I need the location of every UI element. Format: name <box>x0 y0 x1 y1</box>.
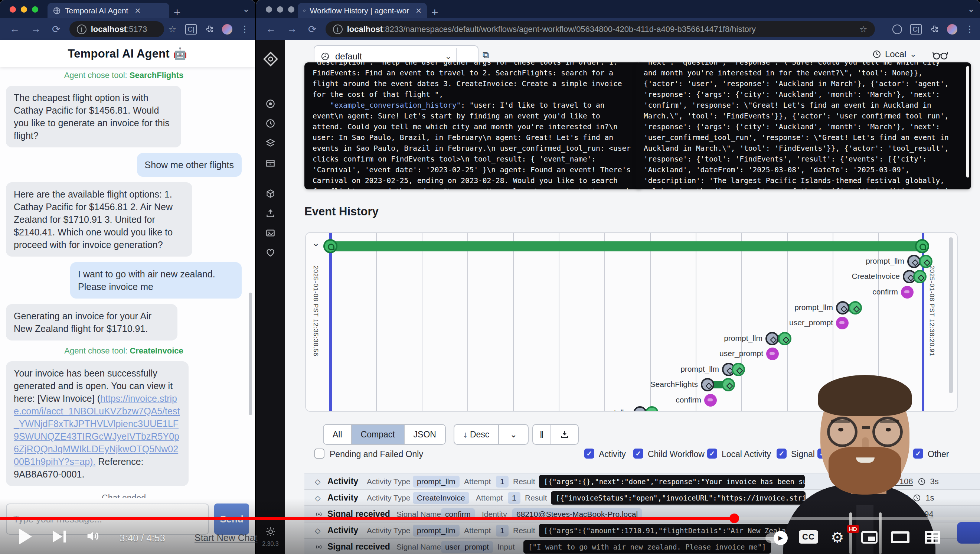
closed-captions-button[interactable]: CC <box>799 530 818 544</box>
batch-layers-icon[interactable] <box>266 138 275 148</box>
devtools-icon[interactable]: C| <box>910 24 922 35</box>
close-window-button[interactable] <box>10 6 16 13</box>
view-compact-button[interactable]: Compact <box>352 425 405 444</box>
activity-scheduled-marker[interactable] <box>836 301 850 315</box>
reload-button[interactable]: ⟳ <box>308 23 317 35</box>
timeline-row-label[interactable]: prompt_llm <box>724 334 762 343</box>
activity-completed-marker[interactable] <box>732 363 745 376</box>
back-button[interactable]: ← <box>10 23 20 35</box>
volume-icon[interactable] <box>84 529 100 544</box>
menu-kebab-icon[interactable]: ⋮ <box>240 24 249 34</box>
workflow-execution-bar[interactable] <box>330 241 923 252</box>
archive-box-icon[interactable] <box>266 158 275 168</box>
chat-scrollbar[interactable] <box>249 293 252 415</box>
reload-button[interactable]: ⟳ <box>52 23 60 35</box>
filter-child-workflow-checkbox[interactable]: ✓ <box>633 449 643 458</box>
bookmark-star-icon[interactable]: ☆ <box>859 24 867 35</box>
open-namespace-external-icon[interactable]: ⧉ <box>482 50 489 60</box>
tab-search-chevron-icon[interactable]: ⌄ <box>242 4 250 14</box>
workflow-start-badge[interactable] <box>323 239 337 253</box>
timeline-row-label[interactable]: prompt_llm <box>592 408 630 412</box>
new-tab-button[interactable]: ＋ <box>429 5 440 20</box>
view-all-button[interactable]: All <box>324 425 352 444</box>
timeline-row-label[interactable]: user_prompt <box>719 349 763 358</box>
maximize-window-button[interactable] <box>32 6 38 13</box>
minimize-window-button[interactable] <box>21 6 27 13</box>
site-info-icon[interactable]: i <box>77 24 86 34</box>
data-encoder-glasses-icon[interactable] <box>932 50 948 61</box>
signal-marker[interactable] <box>836 317 849 330</box>
new-tab-button[interactable]: ＋ <box>172 5 183 20</box>
activity-completed-marker[interactable] <box>778 332 791 345</box>
next-video-button[interactable] <box>53 531 66 544</box>
activity-scheduled-marker[interactable] <box>907 255 921 268</box>
profile-avatar[interactable] <box>222 24 232 35</box>
bookmark-star-icon[interactable]: ☆ <box>169 24 177 35</box>
timeline-row-label[interactable]: user_prompt <box>789 318 833 327</box>
timeline-row-label[interactable]: prompt_llm <box>865 256 904 266</box>
filter-local-activity-checkbox[interactable]: ✓ <box>707 449 717 458</box>
macos-traffic-lights[interactable] <box>10 6 38 13</box>
devtools-icon[interactable]: C| <box>185 24 197 35</box>
extensions-puzzle-icon[interactable] <box>930 25 939 34</box>
code-scrollbar[interactable] <box>966 66 969 177</box>
forward-button[interactable]: → <box>31 23 41 35</box>
sort-chevron-icon[interactable]: ⌄ <box>499 425 528 444</box>
play-button[interactable] <box>19 529 32 544</box>
back-button[interactable]: ← <box>266 23 276 35</box>
timeline-row-label[interactable]: prompt_llm <box>794 303 833 312</box>
timeline-row-label[interactable]: SearchFlights <box>651 380 698 389</box>
theater-mode-button[interactable] <box>891 531 910 543</box>
menu-kebab-icon[interactable]: ⋮ <box>966 24 974 34</box>
activity-scheduled-marker[interactable] <box>765 332 779 345</box>
activity-completed-marker[interactable] <box>722 378 735 392</box>
browser-tab[interactable]: Workflow History | agent-wor ✕ <box>298 3 427 18</box>
view-json-button[interactable]: JSON <box>405 425 445 444</box>
signal-marker[interactable] <box>704 394 717 407</box>
workflow-result-code-panel[interactable]: 'next': 'question', 'response': \"Sure! … <box>635 62 971 189</box>
settings-gear-icon[interactable]: ⚙ <box>831 529 844 546</box>
tab-search-chevron-icon[interactable]: ⌄ <box>967 4 975 14</box>
activity-completed-marker[interactable] <box>913 270 926 283</box>
signal-marker[interactable] <box>901 286 913 299</box>
autoplay-toggle[interactable] <box>765 533 787 543</box>
expand-diamond-icon[interactable]: ◇ <box>315 477 320 486</box>
namespaces-cube-icon[interactable] <box>266 189 275 199</box>
download-button[interactable] <box>551 425 578 444</box>
signal-marker[interactable] <box>766 347 779 360</box>
extensions-puzzle-icon[interactable] <box>205 25 214 34</box>
temporal-logo-icon[interactable] <box>263 51 278 67</box>
close-window-button[interactable] <box>266 6 272 13</box>
timeline-row-label[interactable]: confirm <box>872 287 898 296</box>
sort-desc-button[interactable]: ↓ Desc <box>454 425 499 444</box>
close-tab-icon[interactable]: ✕ <box>415 6 422 15</box>
favorites-heart-icon[interactable] <box>266 248 275 258</box>
minimize-window-button[interactable] <box>277 6 283 13</box>
video-progress-played[interactable] <box>0 517 734 520</box>
pause-button[interactable]: ‖ <box>533 425 551 444</box>
feedback-card-icon[interactable] <box>266 228 275 238</box>
activity-completed-marker[interactable] <box>919 255 932 268</box>
timeline-scrollbar[interactable] <box>949 237 953 393</box>
address-bar[interactable]: i localhost:8233/namespaces/default/work… <box>326 21 875 37</box>
workflow-end-badge[interactable] <box>915 239 929 253</box>
browser-tab[interactable]: Temporal AI Agent ✕ <box>48 3 169 18</box>
video-progress-remaining[interactable] <box>734 517 980 520</box>
activity-completed-marker[interactable] <box>849 301 862 315</box>
timeline-row-label[interactable]: prompt_llm <box>681 365 719 374</box>
invoice-link[interactable]: https://invoice.stripe.com/i/acct_1NBOLu… <box>14 393 180 467</box>
profile-avatar[interactable] <box>947 24 957 35</box>
timeline-row-label[interactable]: CreateInvoice <box>851 272 900 281</box>
workflows-eye-icon[interactable] <box>266 99 275 109</box>
maximize-window-button[interactable] <box>288 6 294 13</box>
close-tab-icon[interactable]: ✕ <box>134 6 141 15</box>
site-info-icon[interactable]: i <box>333 24 343 34</box>
export-upload-icon[interactable] <box>266 208 275 218</box>
schedules-clock-icon[interactable] <box>266 118 275 129</box>
fullscreen-button[interactable] <box>925 531 940 544</box>
timezone-selector[interactable]: Local ⌄ <box>872 49 916 59</box>
workflow-input-code-panel[interactable]: "description": "Help the user gather arg… <box>304 62 642 189</box>
pending-failed-checkbox[interactable] <box>314 449 325 458</box>
address-bar[interactable]: i localhost:5173 <box>69 21 164 37</box>
forward-button[interactable]: → <box>287 23 297 35</box>
